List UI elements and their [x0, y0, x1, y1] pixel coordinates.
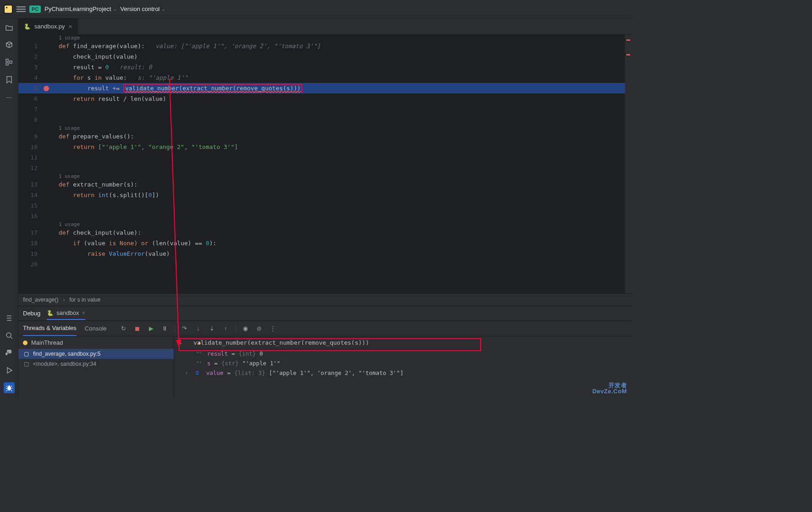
variable-row[interactable]: ⁰¹ s = {str} "'apple 1'"	[174, 358, 631, 368]
frames-column: MainThread ▢ find_average, sandbox.py:5 …	[18, 336, 174, 398]
breakpoint-icon[interactable]	[44, 86, 49, 91]
list-icon[interactable]	[4, 313, 15, 324]
more-actions-icon[interactable]: ⋮	[269, 325, 277, 333]
code-line: 10 return ["'apple 1'", "orange 2", "'to…	[18, 142, 631, 152]
var-type-icon: ⁰¹	[196, 361, 203, 366]
usage-hint: 1 usage	[18, 221, 631, 227]
frame-label: find_average, sandbox.py:5	[33, 351, 100, 357]
line-number: 19	[18, 250, 40, 257]
code-line: 3 result = 0 result: 0	[18, 62, 631, 72]
code-line: 11	[18, 152, 631, 163]
run-icon[interactable]	[4, 365, 15, 376]
variable-row[interactable]: ⁰¹ result = {int} 0	[174, 349, 631, 358]
svg-rect-4	[10, 61, 12, 63]
expand-icon[interactable]: ›	[185, 370, 192, 375]
python-file-icon: 🐍	[24, 23, 31, 30]
thread-status-icon	[23, 341, 27, 345]
code-line: 8	[18, 115, 631, 125]
structure-icon[interactable]	[4, 57, 15, 68]
python-file-icon: 🐍	[47, 310, 54, 316]
error-marker[interactable]	[626, 54, 630, 55]
more-icon[interactable]: ⋯	[4, 92, 15, 103]
file-tab-sandbox[interactable]: 🐍 sandbox.py ×	[18, 18, 78, 34]
code-line: 15	[18, 200, 631, 211]
project-badge: PC	[29, 6, 41, 13]
error-marker[interactable]	[626, 39, 630, 41]
mute-breakpoints-icon[interactable]: ⊘	[255, 325, 263, 333]
step-out-icon[interactable]: ↑	[222, 325, 230, 333]
code-line: 19 raise ValueError(value)	[18, 248, 631, 259]
cube-icon[interactable]	[4, 39, 15, 50]
debug-config-tab[interactable]: 🐍 sandbox ×	[47, 309, 85, 320]
code-line: 18 if (value is None) or (len(value) == …	[18, 238, 631, 248]
editor[interactable]: 1 usage 1def find_average(value): value:…	[18, 35, 631, 296]
tab-close-icon[interactable]: ×	[69, 23, 72, 30]
svg-rect-3	[6, 63, 8, 65]
step-into-my-icon[interactable]: ⇣	[208, 325, 216, 333]
close-icon[interactable]: ×	[82, 309, 85, 316]
var-type: {str}	[221, 360, 239, 367]
code-line: 17def check_input(value):	[18, 227, 631, 238]
variables-column: ⌄ ● ⁰¹ result = {int} 0 ⁰¹ s = {str} "'a…	[174, 336, 631, 398]
frame-icon: ▢	[23, 351, 29, 357]
left-rail: ⋯	[0, 18, 18, 398]
code-line: 7	[18, 104, 631, 115]
svg-point-6	[7, 386, 11, 391]
evaluate-expression-input[interactable]	[193, 339, 627, 346]
var-name: s	[207, 360, 211, 367]
resume-icon[interactable]: ▶	[147, 325, 155, 333]
stack-frame[interactable]: ▢ find_average, sandbox.py:5	[18, 349, 174, 359]
breadcrumb-item[interactable]: for s in value	[69, 297, 100, 303]
rerun-icon[interactable]: ↻	[120, 325, 128, 333]
line-number: 18	[18, 240, 40, 247]
stack-frame[interactable]: ▢ <module>, sandbox.py:34	[18, 359, 174, 369]
view-breakpoints-icon[interactable]: ◉	[241, 325, 250, 333]
watermark-en: DevZe.CoM	[593, 388, 627, 394]
tab-bar: 🐍 sandbox.py ×	[18, 18, 631, 35]
line-number: 5	[18, 85, 40, 92]
line-number: 14	[18, 192, 40, 198]
search-icon[interactable]	[4, 330, 15, 341]
tab-console[interactable]: Console	[85, 321, 107, 336]
folder-icon[interactable]	[4, 22, 15, 33]
line-number: 7	[18, 106, 40, 113]
variable-row[interactable]: › ☰ value = {list: 3} ["'apple 1'", 'ora…	[174, 368, 631, 378]
stop-icon[interactable]: ◼	[133, 325, 142, 333]
code-line: 20	[18, 259, 631, 270]
debug-tabs: Threads & Variables Console ↻ ◼ ▶ ⏸ ↷ ↓ …	[18, 321, 631, 336]
svg-rect-0	[5, 6, 12, 13]
step-over-icon[interactable]: ↷	[181, 325, 189, 333]
svg-point-5	[6, 333, 11, 337]
bookmark-icon[interactable]	[4, 74, 15, 85]
line-number: 9	[18, 133, 40, 140]
project-name-dropdown[interactable]: PyCharmLearningProject ⌄	[44, 6, 116, 12]
lightbulb-icon[interactable]: ●	[198, 340, 201, 346]
usage-hint: 1 usage	[18, 125, 631, 131]
code-line: 2 check_input(value)	[18, 51, 631, 62]
line-number: 13	[18, 181, 40, 188]
thread-name: MainThread	[31, 339, 63, 346]
svg-rect-1	[6, 7, 7, 8]
debug-body: MainThread ▢ find_average, sandbox.py:5 …	[18, 336, 631, 398]
code-line: 1def find_average(value): value: ["'appl…	[18, 41, 631, 51]
code-line: 14 return int(s.split()[0])	[18, 190, 631, 200]
debug-panel: Debug 🐍 sandbox × Threads & Variables Co…	[18, 306, 631, 398]
step-into-icon[interactable]: ↓	[194, 325, 203, 333]
editor-scrollbar[interactable]	[625, 35, 631, 296]
tab-threads-variables[interactable]: Threads & Variables	[23, 321, 77, 336]
hamburger-icon[interactable]	[16, 5, 26, 14]
watermark: 开发者 DevZe.CoM	[593, 382, 627, 394]
debug-icon[interactable]	[4, 382, 15, 393]
version-control-dropdown[interactable]: Version control ⌄	[121, 6, 165, 12]
var-value: 0	[259, 350, 263, 357]
var-value: "'apple 1'"	[242, 360, 280, 367]
code-line: 12	[18, 163, 631, 173]
line-number: 12	[18, 165, 40, 171]
line-number: 11	[18, 154, 40, 161]
breadcrumb-item[interactable]: find_average()	[23, 297, 58, 303]
thread-row[interactable]: MainThread	[18, 336, 174, 349]
chevron-down-icon[interactable]: ⌄	[179, 340, 182, 345]
line-number: 6	[18, 95, 40, 102]
pause-icon[interactable]: ⏸	[161, 325, 169, 333]
python-console-icon[interactable]	[4, 347, 15, 358]
